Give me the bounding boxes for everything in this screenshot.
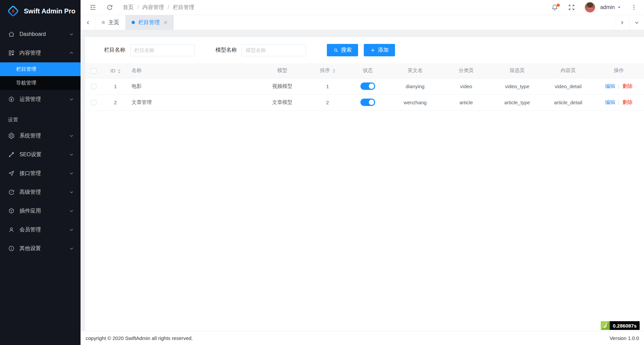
footer: copyright © 2020 SwiftAdmin all rights r…: [81, 331, 644, 345]
tab[interactable]: 主页: [96, 15, 126, 30]
filter-field: 栏目名称: [104, 44, 195, 56]
sidebar-item-other[interactable]: 其他设置: [0, 239, 81, 258]
chevron-down-icon: [69, 209, 74, 213]
delete-link[interactable]: 删除: [623, 99, 633, 105]
app-window: Swift Admin Pro Dashboard 内容管理 栏目管理导航管理 …: [0, 0, 644, 345]
select-all-checkbox[interactable]: [91, 68, 96, 74]
edit-link[interactable]: 编辑: [605, 99, 615, 105]
chevron-down-icon: [69, 152, 74, 157]
cell-name: 文章管理: [129, 94, 255, 110]
sort-icon[interactable]: [333, 69, 335, 73]
tab[interactable]: 栏目管理 ×: [126, 15, 174, 30]
home-icon: [8, 31, 15, 38]
info-icon: [8, 245, 15, 252]
refresh-icon[interactable]: [106, 4, 113, 11]
status-toggle[interactable]: [360, 82, 375, 90]
status-toggle[interactable]: [360, 99, 375, 106]
yen-circle-icon: [8, 96, 15, 103]
chevron-down-icon: [69, 190, 74, 194]
navbar-right: admin: [551, 2, 637, 13]
breadcrumb-item[interactable]: 首页: [123, 4, 134, 11]
column-header[interactable]: 排序: [309, 63, 346, 78]
column-header[interactable]: 操作: [594, 63, 644, 78]
column-header[interactable]: 英文名: [390, 63, 441, 78]
cell-actions: 编辑|删除: [594, 78, 644, 94]
cell-id: 1: [102, 78, 129, 94]
table-row: 1 电影 视频模型 1 dianying video video_type vi…: [85, 78, 644, 94]
sidebar-item-advanced[interactable]: 高级管理: [0, 183, 81, 202]
row-checkbox[interactable]: [91, 100, 96, 105]
app-title: Swift Admin Pro: [24, 7, 76, 15]
column-header[interactable]: ID: [102, 63, 129, 78]
tabs-menu-icon[interactable]: [629, 15, 644, 30]
column-header[interactable]: 模型: [255, 63, 309, 78]
edit-link[interactable]: 编辑: [605, 83, 615, 89]
search-button[interactable]: 搜索: [327, 44, 358, 56]
filter-field: 模型名称: [215, 44, 306, 56]
select-all-header: [85, 63, 102, 78]
cell-filter-page: article_type: [492, 94, 543, 110]
sidebar-item-content[interactable]: 内容管理: [0, 44, 81, 62]
delete-link[interactable]: 删除: [623, 83, 633, 89]
row-checkbox[interactable]: [91, 84, 96, 89]
collapse-icon[interactable]: [89, 4, 97, 11]
sidebar-item-system[interactable]: 系统管理: [0, 126, 81, 145]
sidebar-subitem-navigation[interactable]: 导航管理: [0, 76, 81, 90]
cell-model: 文章模型: [255, 94, 309, 110]
thinkphp-flame-icon: [601, 321, 610, 330]
cell-id: 2: [102, 94, 129, 110]
tab-dot-icon: [102, 21, 105, 24]
chevron-down-icon: [69, 227, 74, 232]
chevron-down-icon: [69, 171, 74, 176]
cell-status: [346, 94, 390, 110]
sidebar-section-settings-section: 设置: [0, 109, 81, 126]
username: admin: [600, 4, 615, 10]
sort-icon[interactable]: [118, 69, 120, 73]
refresh-circle-icon: [8, 189, 15, 195]
tab-close-icon[interactable]: ×: [164, 19, 167, 25]
filter-input[interactable]: [242, 44, 306, 56]
avatar[interactable]: [585, 2, 595, 13]
filter-input[interactable]: [130, 44, 195, 56]
breadcrumb: 首页/内容管理/栏目管理: [123, 4, 194, 11]
column-header[interactable]: 状态: [346, 63, 390, 78]
sidebar-item-api[interactable]: 接口管理: [0, 164, 81, 183]
sidebar-item-plugin[interactable]: 插件应用: [0, 202, 81, 220]
column-header[interactable]: 筛选页: [492, 63, 543, 78]
sidebar-item-operation[interactable]: 运营管理: [0, 90, 81, 109]
fullscreen-icon[interactable]: [568, 4, 575, 11]
copyright-text: copyright © 2020 SwiftAdmin all rights r…: [86, 335, 193, 341]
cell-en-name: wenzhang: [390, 94, 441, 110]
tools-icon: [8, 151, 15, 158]
breadcrumb-separator: /: [137, 4, 139, 10]
logo[interactable]: Swift Admin Pro: [0, 0, 81, 22]
bell-icon[interactable]: [551, 4, 558, 11]
notification-dot: [557, 4, 560, 7]
sidebar-item-seo[interactable]: SEO设置: [0, 145, 81, 164]
column-header[interactable]: 内容页: [543, 63, 594, 78]
breadcrumb-item[interactable]: 栏目管理: [173, 4, 194, 11]
main-column: 首页/内容管理/栏目管理 admin 主页 栏目: [81, 0, 644, 345]
sidebar-subitem-column[interactable]: 栏目管理: [0, 62, 81, 76]
sidebar: Swift Admin Pro Dashboard 内容管理 栏目管理导航管理 …: [0, 0, 81, 345]
column-header[interactable]: 分类页: [441, 63, 492, 78]
sidebar-item-member[interactable]: 会员管理: [0, 220, 81, 239]
add-button[interactable]: 添加: [364, 44, 395, 56]
content-area: 栏目名称 模型名称 搜索 添加: [81, 30, 644, 331]
cell-actions: 编辑|删除: [594, 94, 644, 110]
user-icon: [8, 226, 15, 233]
gear-icon: [8, 132, 15, 139]
cube-icon: [8, 208, 15, 214]
sidebar-item-dashboard[interactable]: Dashboard: [0, 25, 81, 44]
cell-model: 视频模型: [255, 78, 309, 94]
column-header[interactable]: 名称: [129, 63, 255, 78]
sidebar-submenu: 栏目管理导航管理: [0, 62, 81, 90]
more-vertical-icon[interactable]: [631, 4, 637, 11]
grid-icon: [8, 50, 15, 56]
cell-sort: 1: [309, 78, 346, 94]
user-menu[interactable]: admin: [600, 4, 621, 10]
tabs-scroll-right-icon[interactable]: [614, 15, 629, 30]
breadcrumb-item[interactable]: 内容管理: [142, 4, 164, 11]
tabs-scroll-left-icon[interactable]: [81, 15, 95, 30]
chevron-down-icon: [69, 246, 74, 251]
